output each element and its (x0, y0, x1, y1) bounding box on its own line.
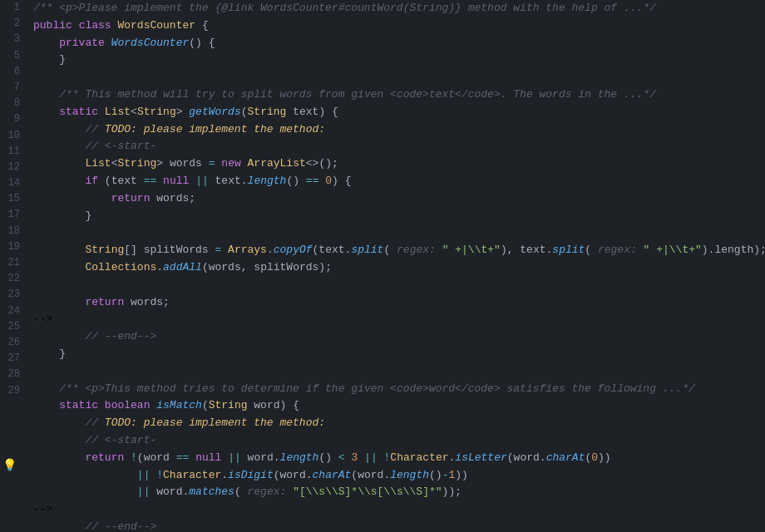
code-line: public class WordsCounter { (33, 17, 765, 35)
code-line: return words; (33, 190, 765, 208)
code-line: || word.matches( regex: "[\\s\\S]*\\s[\\… (33, 484, 765, 501)
code-line: return words; (33, 294, 765, 312)
code-line: // --end--> (33, 519, 765, 532)
code-line: // <-start- (33, 432, 765, 450)
code-editor: 1 2 3 5 6 7 8 9 10 11 12 14 15 17 18 19 … (0, 0, 765, 532)
code-line (33, 224, 765, 242)
code-line: static List<String> getWords(String text… (33, 104, 765, 121)
code-line: String[] splitWords = Arrays.copyOf(text… (33, 242, 765, 259)
code-line: private WordsCounter() { (33, 35, 765, 52)
code-line: || !Character.isDigit(word.charAt(word.l… (33, 467, 765, 485)
code-line: /** <p>This method tries to determine if… (33, 381, 765, 398)
code-line: // TODO: please implement the method: (33, 415, 765, 432)
code-line: } (33, 52, 765, 69)
code-line: // --end--> (33, 328, 765, 346)
code-line (33, 363, 765, 381)
code-line: return !(word == null || word.length() <… (33, 450, 765, 467)
code-line: } (33, 208, 765, 225)
lightbulb-icon[interactable]: 💡 (2, 456, 17, 475)
code-line: /** This method will try to split words … (33, 86, 765, 104)
code-line: /** <p>Please implement the {@link Words… (33, 0, 765, 17)
code-text: /** <p>Please implement the {@link Words… (25, 0, 765, 532)
code-line: List<String> words = new ArrayList<>(); (33, 155, 765, 173)
code-line: } (33, 346, 765, 363)
line-numbers: 1 2 3 5 6 7 8 9 10 11 12 14 15 17 18 19 … (0, 0, 25, 532)
code-line (33, 69, 765, 86)
code-line (33, 277, 765, 294)
code-line: if (text == null || text.length() == 0) … (33, 173, 765, 190)
code-line: Collections.addAll(words, splitWords); (33, 259, 765, 277)
code-line: // TODO: please implement the method: (33, 121, 765, 139)
code-line: static boolean isMatch(String word) { (33, 397, 765, 415)
code-line: // <-start- (33, 138, 765, 155)
